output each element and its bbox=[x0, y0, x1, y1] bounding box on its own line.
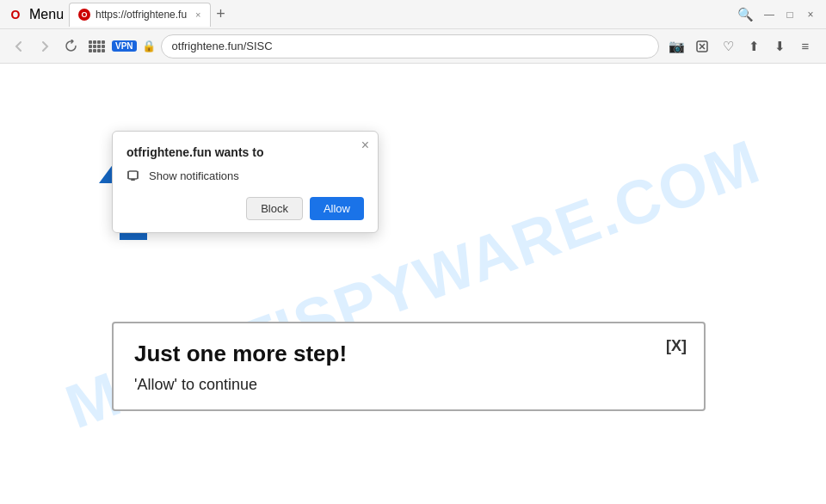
heart-icon[interactable]: ♡ bbox=[716, 34, 740, 58]
share-icon[interactable]: ⬆ bbox=[742, 34, 766, 58]
allow-button[interactable]: Allow bbox=[310, 197, 364, 220]
url-input[interactable] bbox=[161, 34, 659, 58]
toolbar-icons: 📷 ♡ ⬆ ⬇ ≡ bbox=[664, 34, 817, 58]
search-toolbar-button[interactable]: 🔍 bbox=[733, 3, 757, 27]
lock-icon: 🔒 bbox=[142, 40, 156, 52]
camera-icon[interactable]: 📷 bbox=[664, 34, 688, 58]
back-button[interactable] bbox=[9, 36, 29, 57]
tab-close-button[interactable]: × bbox=[195, 9, 200, 20]
new-tab-button[interactable]: + bbox=[211, 4, 231, 25]
svg-rect-4 bbox=[131, 179, 135, 181]
content-box-title: Just one more step! bbox=[134, 341, 683, 367]
active-tab[interactable]: O https://otfrightene.fu × bbox=[69, 3, 211, 27]
forward-button[interactable] bbox=[34, 36, 55, 57]
content-box: Just one more step! 'Allow' to continue … bbox=[112, 322, 706, 411]
popup-title: otfrightene.fun wants to bbox=[126, 145, 364, 159]
shield-icon[interactable] bbox=[690, 34, 714, 58]
content-box-close-button[interactable]: [X] bbox=[666, 337, 687, 355]
notification-bell-icon bbox=[126, 168, 142, 183]
block-button[interactable]: Block bbox=[246, 197, 303, 220]
tab-bar: O https://otfrightene.fu × + bbox=[69, 0, 728, 28]
notification-popup: × otfrightene.fun wants to Show notifica… bbox=[112, 131, 379, 233]
window-controls: 🔍 — □ × bbox=[733, 3, 819, 27]
popup-notification-row: Show notifications bbox=[126, 168, 364, 183]
grid-view-button[interactable] bbox=[86, 36, 107, 57]
browser-menu-icon[interactable]: ≡ bbox=[793, 34, 817, 58]
address-bar: VPN 🔒 📷 ♡ ⬆ ⬇ ≡ bbox=[0, 29, 826, 64]
popup-close-button[interactable]: × bbox=[361, 138, 369, 152]
grid-icon bbox=[89, 40, 105, 52]
vpn-badge[interactable]: VPN bbox=[112, 40, 137, 52]
reload-button[interactable] bbox=[60, 36, 81, 57]
content-box-subtitle: 'Allow' to continue bbox=[134, 376, 683, 394]
popup-buttons: Block Allow bbox=[126, 197, 364, 220]
page-content: MYANTISPYWARE.COM × otfrightene.fun want… bbox=[0, 64, 826, 504]
maximize-button[interactable]: □ bbox=[781, 6, 798, 23]
minimize-button[interactable]: — bbox=[761, 6, 778, 23]
svg-rect-3 bbox=[128, 171, 138, 179]
tab-title: https://otfrightene.fu bbox=[96, 9, 187, 21]
close-button[interactable]: × bbox=[802, 6, 819, 23]
title-bar: O Menu O https://otfrightene.fu × + 🔍 — … bbox=[0, 0, 826, 29]
notification-text: Show notifications bbox=[149, 169, 239, 182]
tab-favicon: O bbox=[78, 9, 90, 21]
download-icon[interactable]: ⬇ bbox=[767, 34, 792, 58]
opera-logo[interactable]: O bbox=[7, 6, 24, 23]
menu-label[interactable]: Menu bbox=[29, 7, 64, 22]
